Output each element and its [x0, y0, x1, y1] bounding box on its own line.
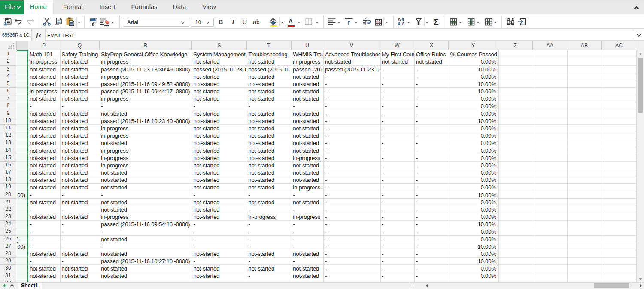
svg-text:Z: Z	[401, 21, 404, 26]
svg-text:A: A	[398, 18, 401, 22]
